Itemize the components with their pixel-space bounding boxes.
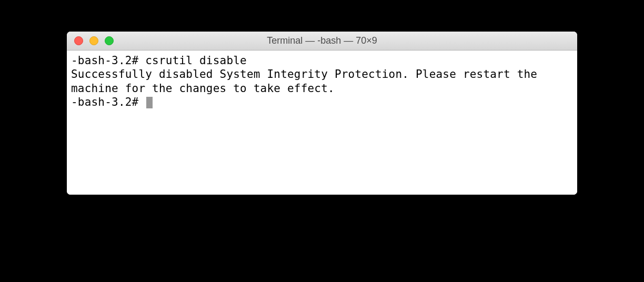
maximize-button[interactable] [105,36,114,45]
shell-command: csrutil disable [145,54,247,67]
terminal-window: Terminal — -bash — 70×9 -bash-3.2# csrut… [67,32,577,195]
minimize-button[interactable] [89,36,98,45]
titlebar[interactable]: Terminal — -bash — 70×9 [67,32,577,51]
terminal-line: -bash-3.2# csrutil disable [71,54,573,67]
window-title: Terminal — -bash — 70×9 [67,35,577,46]
cursor-icon [146,97,153,108]
close-button[interactable] [74,36,83,45]
terminal-output: Successfully disabled System Integrity P… [71,67,573,95]
shell-prompt: -bash-3.2# [71,96,145,108]
shell-prompt: -bash-3.2# [71,54,145,67]
terminal-body[interactable]: -bash-3.2# csrutil disableSuccessfully d… [67,51,577,195]
traffic-lights [67,36,114,45]
